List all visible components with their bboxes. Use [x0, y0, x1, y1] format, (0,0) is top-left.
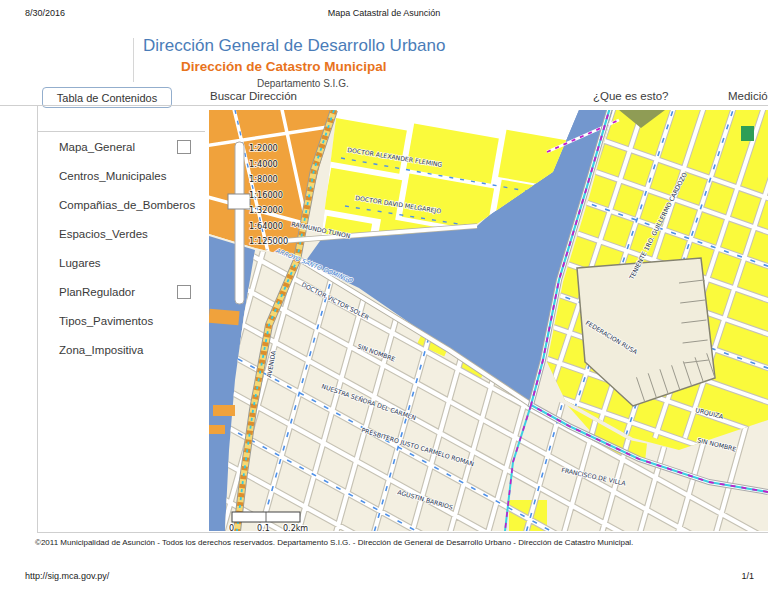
- sidebar-item-zona_impositiva[interactable]: Zona_Impositiva: [38, 335, 205, 364]
- layer-label: Compañias_de_Bomberos: [59, 199, 195, 211]
- page: 8/30/2016 Mapa Catastral de Asunción Dir…: [0, 0, 768, 594]
- page-indicator: 1/1: [741, 571, 754, 581]
- scale-bar-mid: 0.1: [257, 524, 270, 531]
- map-label: 1:32000: [249, 205, 283, 215]
- sidebar-item-lugares[interactable]: Lugares: [38, 248, 205, 277]
- sidebar-item-tipos_pavimentos[interactable]: Tipos_Pavimentos: [38, 306, 205, 335]
- layer-label: Tipos_Pavimentos: [59, 315, 153, 327]
- what-is-this-link[interactable]: ¿Que es esto?: [593, 90, 668, 102]
- copyright-text: ©2011 Municipalidad de Asunción - Todos …: [35, 538, 633, 547]
- scale-bar-start: 0: [229, 524, 234, 531]
- print-url: http://sig.mca.gov.py/: [25, 571, 109, 581]
- map-label: 1:8000: [249, 174, 278, 184]
- sidebar-item-planregulador[interactable]: PlanRegulador: [38, 277, 205, 306]
- scale-bar-end: 0.2km: [283, 524, 308, 531]
- layer-label: Zona_Impositiva: [59, 344, 143, 356]
- layer-checkbox[interactable]: [177, 140, 191, 154]
- map-label: 1:16000: [249, 190, 283, 200]
- sidebar-item-centros_municipales[interactable]: Centros_Municipales: [38, 161, 205, 190]
- page-department: Departamento S.I.G.: [257, 78, 349, 89]
- sidebar-item-espacios_verdes[interactable]: Espacios_Verdes: [38, 219, 205, 248]
- page-title: Dirección General de Desarrollo Urbano: [143, 36, 445, 56]
- layer-label: Mapa_General: [59, 141, 135, 153]
- map-label: 1:125000: [249, 236, 288, 246]
- zoom-slider-track[interactable]: [235, 142, 244, 304]
- map-canvas[interactable]: DOCTOR ALEXANDER FLEMINGDOCTOR DAVID MEL…: [209, 110, 768, 531]
- layer-list: Mapa_GeneralCentros_MunicipalesCompañias…: [38, 132, 205, 364]
- page-subtitle: Dirección de Catastro Municipal: [181, 59, 387, 74]
- map-label: 1:64000: [249, 221, 283, 231]
- print-title: Mapa Catastral de Asunción: [0, 8, 768, 18]
- content-bottom-line: [37, 532, 768, 533]
- layer-label: PlanRegulador: [59, 286, 135, 298]
- search-address-link[interactable]: Buscar Dirección: [210, 90, 297, 102]
- header-divider: [133, 38, 134, 82]
- measure-link[interactable]: Medición: [728, 90, 768, 102]
- layer-label: Centros_Municipales: [59, 170, 166, 182]
- layer-checkbox[interactable]: [177, 285, 191, 299]
- toolbar-bottom-line: [0, 105, 768, 106]
- map-label: 1:2000: [249, 143, 278, 153]
- map-label: 1:4000: [249, 159, 278, 169]
- layer-label: Lugares: [59, 257, 101, 269]
- zoom-slider-handle[interactable]: [228, 194, 250, 209]
- sidebar-item-compañias_de_bomberos[interactable]: Compañias_de_Bomberos: [38, 190, 205, 219]
- sidebar-item-mapa_general[interactable]: Mapa_General: [38, 132, 205, 161]
- map-container[interactable]: DOCTOR ALEXANDER FLEMINGDOCTOR DAVID MEL…: [209, 110, 768, 531]
- layer-label: Espacios_Verdes: [59, 228, 148, 240]
- map-park-square: [741, 126, 754, 141]
